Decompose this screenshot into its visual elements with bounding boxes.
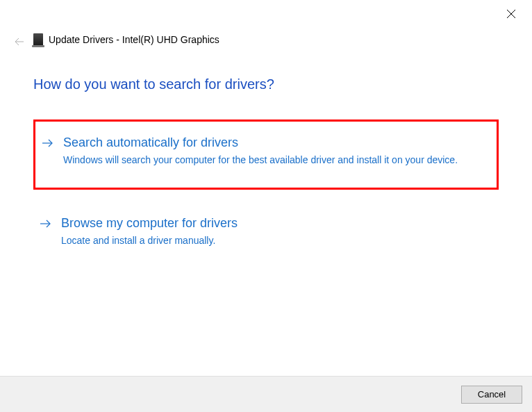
options-list: Search automatically for drivers Windows… [33, 120, 499, 258]
option-title: Search automatically for drivers [63, 135, 490, 150]
arrow-right-icon [40, 219, 51, 231]
page-title: How do you want to search for drivers? [33, 76, 274, 92]
back-arrow-icon [15, 37, 24, 47]
close-icon [507, 10, 515, 18]
dialog-header: Update Drivers - Intel(R) UHD Graphics [33, 33, 219, 46]
close-button[interactable] [504, 7, 518, 21]
option-title: Browse my computer for drivers [61, 216, 492, 231]
option-browse-computer[interactable]: Browse my computer for drivers Locate an… [33, 209, 499, 257]
option-description: Locate and install a driver manually. [61, 233, 492, 247]
back-button[interactable] [13, 35, 26, 49]
option-description: Windows will search your computer for th… [63, 153, 490, 167]
dialog-footer: Cancel [0, 376, 532, 412]
option-search-automatically[interactable]: Search automatically for drivers Windows… [33, 120, 499, 190]
cancel-button[interactable]: Cancel [461, 386, 522, 404]
dialog-title: Update Drivers - Intel(R) UHD Graphics [49, 34, 219, 45]
option-text-block: Search automatically for drivers Windows… [63, 135, 490, 167]
device-icon [33, 33, 43, 46]
option-text-block: Browse my computer for drivers Locate an… [61, 216, 492, 247]
arrow-right-icon [42, 138, 53, 151]
